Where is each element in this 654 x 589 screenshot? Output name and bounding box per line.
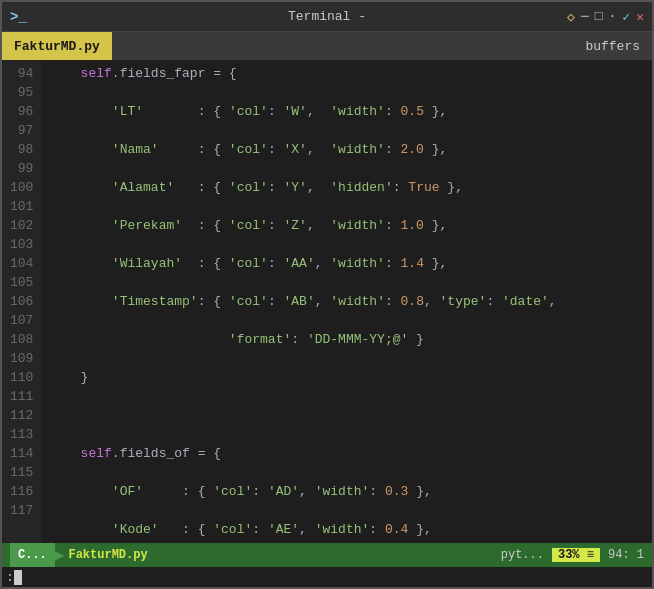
dot-button[interactable]: · [609, 9, 617, 24]
code-editor[interactable]: self.fields_fapr = { 'LT' : { 'col': 'W'… [41, 60, 652, 543]
line-numbers: 94 95 96 97 98 99 100 101 102 103 104 10… [2, 60, 41, 543]
title-bar: >_ Terminal - ◇ ─ □ · ✓ ✕ [2, 2, 652, 32]
terminal-icon: >_ [10, 9, 27, 25]
status-arrow: ▶ [55, 545, 65, 565]
status-mode: C... [10, 543, 55, 567]
tab-bar: FakturMD.py buffers [2, 32, 652, 60]
command-cursor [14, 570, 22, 585]
check-button[interactable]: ✓ [622, 9, 630, 25]
status-percent: 33% ≡ [552, 548, 600, 562]
buffers-button[interactable]: buffers [573, 32, 652, 60]
maximize-button[interactable]: □ [595, 9, 603, 24]
title-bar-controls: ◇ ─ □ · ✓ ✕ [567, 9, 644, 25]
diamond-button[interactable]: ◇ [567, 9, 575, 25]
command-prompt: : [6, 570, 14, 585]
close-button[interactable]: ✕ [636, 9, 644, 25]
status-filename: FakturMD.py [68, 548, 147, 562]
command-bar: : [2, 567, 652, 587]
active-tab[interactable]: FakturMD.py [2, 32, 112, 60]
title-bar-left: >_ [10, 9, 27, 25]
minimize-button[interactable]: ─ [581, 9, 589, 24]
status-lang: pyt... [501, 548, 544, 562]
terminal-window: >_ Terminal - ◇ ─ □ · ✓ ✕ FakturMD.py bu… [0, 0, 654, 589]
window-title: Terminal - [288, 9, 366, 24]
status-position: 94: 1 [608, 548, 644, 562]
status-right: pyt... 33% ≡ 94: 1 [501, 548, 644, 562]
editor-area: 94 95 96 97 98 99 100 101 102 103 104 10… [2, 60, 652, 543]
status-bar: C... ▶ FakturMD.py pyt... 33% ≡ 94: 1 [2, 543, 652, 567]
